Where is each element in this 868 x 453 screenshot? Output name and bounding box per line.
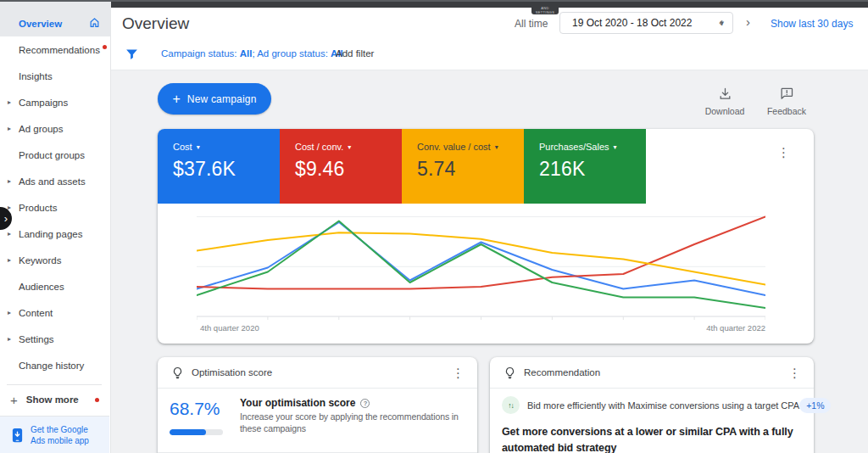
download-icon <box>718 87 732 101</box>
show-last-30-days-link[interactable]: Show last 30 days <box>771 18 853 30</box>
sidebar-divider <box>7 384 102 385</box>
sidebar-item-keywords[interactable]: ▸Keywords <box>0 247 110 273</box>
date-range-picker[interactable]: 19 Oct 2020 - 18 Oct 2022 ▾ <box>559 12 733 34</box>
optimisation-score-value: 68.7% <box>170 399 220 419</box>
chart-line-cost-conv <box>197 217 765 289</box>
feedback-button[interactable]: Feedback <box>760 87 814 116</box>
navigation-sidebar: OverviewRecommendationsInsights▸Campaign… <box>0 0 111 453</box>
sidebar-item-label: Recommendations <box>19 45 100 55</box>
sidebar-item-label: Landing pages <box>19 229 82 239</box>
download-label: Download <box>698 106 752 116</box>
optimisation-score-card: Optimisation score ⋮ 68.7% Your optimisa… <box>158 357 477 453</box>
metric-card-conv-value-cost[interactable]: Conv. value / cost▾5.74 <box>402 129 524 204</box>
optimisation-score-description: Increase your score by applying the reco… <box>240 411 472 434</box>
chart-line-purchases-sales <box>197 221 765 309</box>
metric-label: Cost / conv. <box>295 142 343 152</box>
optimisation-score-heading: Your optimisation score ? <box>240 397 370 409</box>
x-axis-label-start: 4th quarter 2020 <box>200 323 259 333</box>
sidebar-show-more[interactable]: + Show more <box>0 387 110 412</box>
feedback-label: Feedback <box>760 106 814 116</box>
sidebar-item-settings[interactable]: ▸Settings <box>0 326 110 352</box>
optimisation-card-title: Optimisation score <box>192 367 272 378</box>
metric-value: $9.46 <box>295 158 402 181</box>
sidebar-item-label: Keywords <box>19 255 62 266</box>
recommendation-item-text: Bid more efficiently with Maximise conve… <box>527 400 799 411</box>
sidebar-item-products[interactable]: ▸Products <box>0 194 110 221</box>
tools-and-settings-clipped-label: AND SETTINGS <box>531 0 559 14</box>
expand-arrow-icon: ▸ <box>8 125 11 132</box>
metric-label: Conv. value / cost <box>417 142 491 152</box>
sidebar-item-content[interactable]: ▸Content <box>0 299 110 326</box>
sidebar-item-label: Products <box>19 203 57 213</box>
lightbulb-icon <box>171 366 184 379</box>
recommendation-item-row[interactable]: ↑↓ Bid more efficiently with Maximise co… <box>502 396 804 414</box>
sidebar-item-label: Settings <box>19 334 54 344</box>
new-campaign-button[interactable]: + New campaign <box>158 83 271 115</box>
sidebar-item-label: Insights <box>19 71 53 81</box>
window-top-edge <box>0 0 868 2</box>
card-menu-button[interactable]: ⋮ <box>452 366 465 379</box>
metric-card-cost-conv[interactable]: Cost / conv.▾$9.46 <box>280 129 402 204</box>
sidebar-item-ads-and-assets[interactable]: ▸Ads and assets <box>0 168 110 194</box>
active-filters[interactable]: Campaign status: All; Ad group status: A… <box>161 48 343 59</box>
metric-card-cost[interactable]: Cost▾$37.6K <box>158 129 280 204</box>
sidebar-item-label: Overview <box>19 19 62 29</box>
recommendation-card-header: Recommendation ⋮ <box>490 357 814 389</box>
sidebar-item-label: Audiences <box>19 282 64 292</box>
overview-summary-card: Cost▾$37.6KCost / conv.▾$9.46Conv. value… <box>158 129 814 344</box>
help-icon[interactable]: ? <box>360 399 370 408</box>
card-menu-button[interactable]: ⋮ <box>788 366 801 379</box>
sidebar-item-label: Ads and assets <box>19 176 86 187</box>
sidebar-item-landing-pages[interactable]: ▸Landing pages <box>0 221 110 247</box>
previous-period-button[interactable]: ‹ <box>719 15 723 28</box>
recommendation-headline: Get more conversions at a lower or simil… <box>502 424 809 453</box>
caret-down-icon[interactable]: ▾ <box>197 143 200 151</box>
chart-line-cost <box>197 222 765 295</box>
sidebar-item-insights[interactable]: Insights <box>0 63 110 89</box>
home-icon <box>89 17 100 30</box>
recommendation-card-title: Recommendation <box>524 367 600 378</box>
page-title: Overview <box>122 14 189 33</box>
date-range-value: 19 Oct 2020 - 18 Oct 2022 <box>572 17 692 29</box>
mobile-app-promo[interactable]: Get the Google Ads mobile app <box>0 416 109 453</box>
collapse-chevron-icon: › <box>4 213 12 224</box>
sidebar-item-campaigns[interactable]: ▸Campaigns <box>0 89 110 115</box>
sidebar-item-label: Campaigns <box>19 98 68 108</box>
sidebar-item-label: Ad groups <box>19 124 63 134</box>
card-menu-button[interactable]: ⋮ <box>777 146 790 159</box>
download-button[interactable]: Download <box>698 87 752 116</box>
metric-card-bar: Cost▾$37.6KCost / conv.▾$9.46Conv. value… <box>158 129 646 204</box>
x-axis-label-end: 4th quarter 2022 <box>706 323 765 333</box>
metric-label: Cost <box>173 142 192 152</box>
sidebar-item-ad-groups[interactable]: ▸Ad groups <box>0 115 110 142</box>
next-period-button[interactable]: › <box>746 15 750 28</box>
expand-arrow-icon: ▸ <box>8 230 11 238</box>
sidebar-item-audiences[interactable]: Audiences <box>0 273 110 299</box>
optimisation-score-progress <box>170 429 223 435</box>
sidebar-item-overview[interactable]: Overview <box>0 10 110 36</box>
ad-group-status-label: ; Ad group status: <box>252 48 331 59</box>
filter-funnel-icon[interactable] <box>125 47 139 61</box>
optimisation-heading-text: Your optimisation score <box>240 397 355 409</box>
caret-down-icon[interactable]: ▾ <box>614 143 617 151</box>
show-more-label: Show more <box>26 394 79 405</box>
sidebar-item-change-history[interactable]: Change history <box>0 352 110 378</box>
expand-arrow-icon: ▸ <box>8 309 11 316</box>
plus-icon: + <box>10 393 18 407</box>
metric-card-purchases-sales[interactable]: Purchases/Sales▾216K <box>524 129 646 204</box>
metric-value: 216K <box>539 158 646 181</box>
performance-line-chart <box>197 210 765 323</box>
page-header: Overview All time 19 Oct 2020 - 18 Oct 2… <box>110 8 868 40</box>
phone-icon <box>11 428 24 443</box>
sidebar-item-recommendations[interactable]: Recommendations <box>0 36 110 63</box>
mobile-app-label: Get the Google Ads mobile app <box>31 424 102 446</box>
google-ads-overview-page: OverviewRecommendationsInsights▸Campaign… <box>0 0 868 453</box>
add-filter-button[interactable]: Add filter <box>336 48 374 59</box>
notification-dot <box>103 45 107 49</box>
campaign-status-label: Campaign status: <box>161 48 240 59</box>
sidebar-item-product-groups[interactable]: Product groups <box>0 142 110 168</box>
expand-arrow-icon: ▸ <box>8 98 11 106</box>
caret-down-icon[interactable]: ▾ <box>495 143 498 151</box>
caret-down-icon[interactable]: ▾ <box>348 143 351 151</box>
metric-value: 5.74 <box>417 158 524 181</box>
